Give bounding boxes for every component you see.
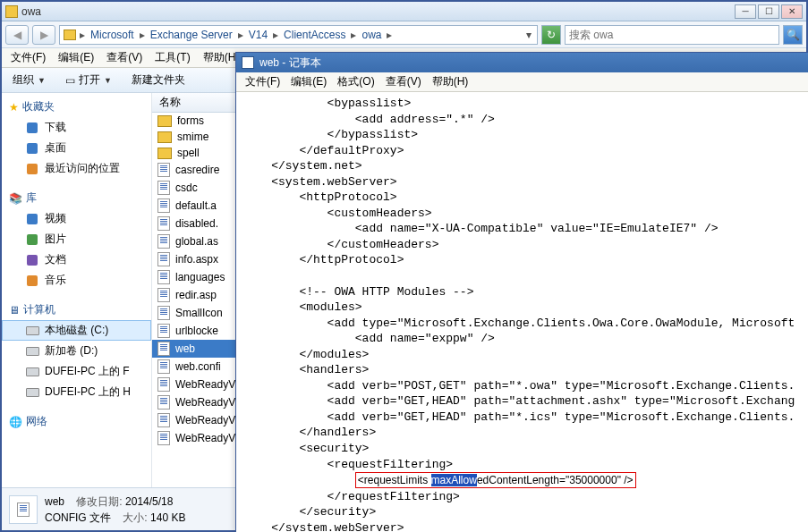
file-icon: [157, 359, 170, 374]
file-icon: [157, 413, 170, 427]
nav-pictures[interactable]: 图片: [2, 229, 151, 249]
file-icon: [157, 324, 170, 338]
nav-desktop[interactable]: 桌面: [2, 138, 151, 158]
desktop-icon: [27, 143, 38, 154]
file-icon: [157, 181, 170, 195]
list-item-label: redir.asp: [175, 289, 217, 301]
document-icon: [27, 255, 38, 266]
open-button[interactable]: ▭ 打开▼: [60, 70, 117, 90]
nav-dufei-f[interactable]: DUFEI-PC 上的 F: [2, 361, 151, 382]
menu-edit[interactable]: 编辑(E): [53, 48, 99, 67]
nav-music[interactable]: 音乐: [2, 270, 151, 291]
close-button[interactable]: ✕: [781, 4, 803, 19]
file-icon: [9, 495, 38, 524]
search-button[interactable]: 🔍: [783, 25, 803, 45]
library-icon: 📚: [9, 192, 22, 205]
search-box[interactable]: [565, 25, 779, 45]
nav-network[interactable]: 🌐网络: [2, 411, 151, 432]
list-item-label: languages: [175, 271, 225, 283]
file-icon: [157, 395, 170, 410]
explorer-titlebar[interactable]: owa ─ ☐ ✕: [2, 2, 806, 21]
list-item-label: default.a: [175, 199, 217, 212]
notepad-content[interactable]: <bypasslist> <add address=".*" /> </bypa…: [236, 92, 808, 532]
maximize-button[interactable]: ☐: [758, 4, 779, 19]
menu-tools[interactable]: 工具(T): [149, 48, 195, 67]
list-item-label: spell: [177, 147, 200, 159]
nav-dufei-h[interactable]: DUFEI-PC 上的 H: [2, 382, 151, 402]
file-icon: [157, 163, 170, 177]
breadcrumb-seg[interactable]: ClientAccess: [282, 29, 347, 41]
list-item-label: SmallIcon: [175, 307, 223, 319]
nav-recent[interactable]: 最近访问的位置: [2, 158, 151, 179]
window-title: owa: [21, 5, 735, 18]
breadcrumb-seg[interactable]: V14: [247, 29, 269, 41]
list-item-label: urlblocke: [175, 325, 218, 337]
file-icon: [157, 252, 170, 266]
picture-icon: [27, 234, 38, 245]
folder-icon: [157, 115, 172, 127]
np-menu-edit[interactable]: 编辑(E): [285, 72, 332, 91]
recent-icon: [27, 164, 38, 174]
list-item-label: WebReadyV: [175, 414, 235, 426]
menu-file[interactable]: 文件(F): [5, 48, 51, 67]
list-item-label: casredire: [175, 164, 219, 176]
file-icon: [157, 234, 170, 249]
list-item-label: WebReadyV: [175, 378, 235, 391]
new-folder-button[interactable]: 新建文件夹: [126, 70, 191, 90]
list-item-label: web: [175, 342, 195, 355]
nav-library[interactable]: 📚库: [2, 188, 151, 208]
notepad-icon: [242, 56, 254, 69]
nav-newvol[interactable]: 新加卷 (D:): [2, 341, 151, 361]
minimize-button[interactable]: ─: [735, 4, 756, 19]
np-menu-help[interactable]: 帮助(H): [427, 72, 474, 91]
list-item-label: WebReadyV: [175, 396, 235, 409]
file-icon: [157, 270, 170, 284]
notepad-titlebar[interactable]: web - 记事本: [236, 53, 808, 72]
list-item-label: info.aspx: [175, 253, 218, 266]
list-item-label: csdc: [175, 182, 198, 194]
list-item-label: forms: [177, 114, 204, 127]
file-icon: [157, 216, 170, 231]
nav-favorites[interactable]: ★收藏夹: [2, 97, 151, 117]
organize-button[interactable]: 组织▼: [7, 70, 51, 90]
breadcrumb-seg[interactable]: Microsoft: [89, 29, 136, 41]
address-bar: ◀ ▶ ▸ Microsoft▸ Exchange Server▸ V14▸ C…: [2, 21, 806, 48]
download-icon: [27, 122, 38, 133]
list-item-label: disabled.: [175, 217, 218, 230]
nav-videos[interactable]: 视频: [2, 208, 151, 229]
drive-icon: [26, 388, 39, 397]
drive-icon: [26, 367, 39, 376]
np-menu-format[interactable]: 格式(O): [332, 72, 379, 91]
file-icon: [157, 288, 170, 302]
nav-documents[interactable]: 文档: [2, 249, 151, 270]
search-input[interactable]: [569, 29, 775, 41]
file-icon: [157, 306, 170, 320]
nav-pane: ★收藏夹 下载 桌面 最近访问的位置 📚库 视频 图片 文档 音乐 🖥计算机 本…: [2, 93, 152, 487]
video-icon: [27, 214, 38, 224]
list-item-label: smime: [177, 131, 208, 143]
np-menu-view[interactable]: 查看(V): [380, 72, 427, 91]
list-item-label: WebReadyV: [175, 432, 235, 444]
folder-icon: [157, 131, 172, 143]
notepad-window: web - 记事本 文件(F) 编辑(E) 格式(O) 查看(V) 帮助(H) …: [235, 52, 808, 532]
nav-localdisk[interactable]: 本地磁盘 (C:): [2, 320, 151, 341]
back-button[interactable]: ◀: [5, 25, 29, 45]
star-icon: ★: [9, 101, 19, 114]
refresh-button[interactable]: ↻: [541, 25, 561, 45]
breadcrumb-seg[interactable]: Exchange Server: [149, 29, 234, 41]
chevron-down-icon[interactable]: ▾: [524, 29, 533, 41]
np-menu-file[interactable]: 文件(F): [240, 72, 285, 91]
breadcrumb[interactable]: ▸ Microsoft▸ Exchange Server▸ V14▸ Clien…: [59, 25, 538, 45]
nav-computer[interactable]: 🖥计算机: [2, 300, 151, 320]
forward-button[interactable]: ▶: [32, 25, 55, 45]
music-icon: [27, 275, 38, 286]
breadcrumb-seg[interactable]: owa: [360, 29, 383, 41]
folder-icon: [64, 30, 76, 40]
nav-downloads[interactable]: 下载: [2, 117, 151, 138]
menu-view[interactable]: 查看(V): [101, 48, 148, 67]
file-icon: [157, 198, 170, 213]
drive-icon: [26, 326, 39, 335]
file-icon: [157, 431, 170, 445]
status-type: CONFIG 文件: [45, 511, 111, 524]
computer-icon: 🖥: [9, 304, 20, 317]
